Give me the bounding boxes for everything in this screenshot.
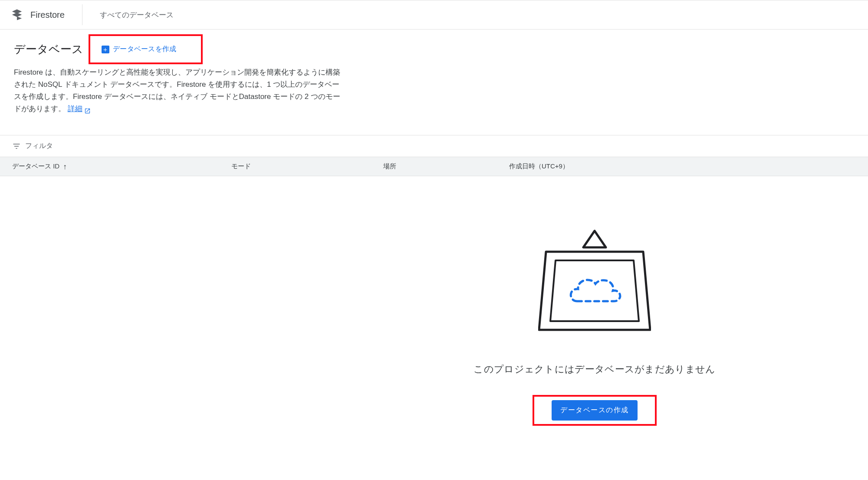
column-header-location[interactable]: 場所 [383,162,509,171]
title-row: データベース ＋ データベースを作成 [14,42,854,57]
column-header-mode[interactable]: モード [231,162,383,171]
column-header-id[interactable]: データベース ID ↑ [12,162,231,171]
description-text: Firestore は、自動スケーリングと高性能を実現し、アプリケーション開発を… [14,66,344,115]
create-database-button-top-label: データベースを作成 [113,45,177,54]
plus-icon: ＋ [102,46,109,53]
sort-ascending-icon: ↑ [63,163,67,171]
top-bar: Firestore すべてのデータベース [0,0,868,30]
page-title: データベース [14,42,83,57]
filter-bar[interactable]: フィルタ [0,135,868,157]
description-body: Firestore は、自動スケーリングと高性能を実現し、アプリケーション開発を… [14,68,340,113]
column-header-location-label: 場所 [383,162,396,170]
filter-label: フィルタ [25,141,53,151]
product-name: Firestore [30,10,65,20]
empty-state: このプロジェクトにはデータベースがまだありません データベースの作成 [438,228,751,426]
create-database-button-main-label: データベースの作成 [560,406,629,414]
firestore-logo-icon [10,8,23,21]
create-button-highlight-wrapper: ＋ データベースを作成 [89,42,203,56]
column-header-created[interactable]: 作成日時（UTC+9） [509,162,856,171]
breadcrumb[interactable]: すべてのデータベース [82,10,174,20]
create-database-button-top[interactable]: ＋ データベースを作成 [89,42,203,56]
empty-state-illustration-icon [538,228,651,337]
empty-state-message: このプロジェクトにはデータベースがまだありません [473,363,715,376]
breadcrumb-label: すべてのデータベース [100,11,174,19]
column-header-created-label: 作成日時（UTC+9） [509,162,569,170]
column-header-mode-label: モード [231,162,251,170]
external-link-icon [84,106,91,112]
product-section: Firestore [10,4,82,25]
details-link-label: 詳細 [68,103,82,115]
table-header: データベース ID ↑ モード 場所 作成日時（UTC+9） [0,157,868,176]
annotation-highlight-box: データベースの作成 [533,395,657,426]
column-header-id-label: データベース ID [12,162,59,171]
create-database-button-main[interactable]: データベースの作成 [552,400,638,421]
page-body: データベース ＋ データベースを作成 Firestore は、自動スケーリングと… [0,30,868,135]
filter-icon [12,142,21,151]
details-link[interactable]: 詳細 [68,103,91,115]
